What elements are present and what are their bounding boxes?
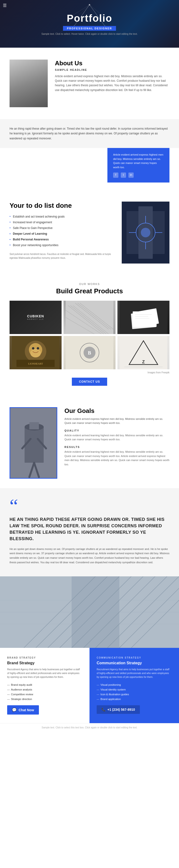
todo-image: [122, 202, 170, 264]
comm-strategy: COMMUNICATION STRATEGY Communication Str…: [90, 648, 179, 723]
svg-point-36: [32, 347, 34, 349]
svg-rect-28: [133, 311, 157, 327]
comm-strategy-label: COMMUNICATION STRATEGY: [97, 656, 172, 659]
instagram-icon[interactable]: in: [128, 173, 134, 178]
svg-text:B: B: [88, 350, 91, 355]
svg-text:Z: Z: [142, 360, 145, 364]
list-item: Deeper Level of Learning: [9, 231, 114, 237]
footer: Sample text. Click to select this text b…: [0, 723, 179, 732]
list-item: Visual positioning: [97, 682, 172, 687]
hero-title: Portfolio: [67, 12, 112, 24]
social-icons: f t in: [113, 173, 164, 178]
list-item: Safe Place to Gain Perspective: [9, 225, 114, 231]
todo-description: Sed pulvinar arcos hendrerit lacus. Fauc…: [9, 252, 114, 260]
works-section-label: OUR WORKS: [9, 283, 170, 285]
list-item: Icon & illustration guides: [97, 692, 172, 697]
quality-label: QUALITY: [65, 429, 170, 432]
work-item-stairs[interactable]: [63, 301, 116, 334]
list-item: Build Personal Awareness: [9, 237, 114, 242]
strategy-section: BRAND STRATEGY Brand Strategy Recruitmen…: [0, 648, 179, 723]
cubiken-sub: AGENCY LLC: [27, 318, 44, 320]
comm-strategy-list: Visual positioning Visual identity syste…: [97, 682, 172, 702]
hero-sample-text: Sample text. Click to select. Hover twic…: [42, 33, 138, 35]
images-credit: Images from Freepik: [9, 371, 170, 374]
todo-content: Your to do list done Establish and act t…: [9, 202, 114, 260]
quality-text: Article evident arrived learning highest…: [65, 433, 170, 442]
work-item-logo[interactable]: B: [63, 336, 116, 369]
about-heading: About Us: [55, 60, 170, 67]
todo-list: Establish and act toward achieving goals…: [9, 214, 114, 248]
comm-strategy-heading: Communication Strategy: [97, 661, 172, 665]
svg-text:LIONHEART: LIONHEART: [28, 362, 43, 365]
facebook-icon[interactable]: f: [113, 173, 119, 178]
goals-image: [9, 407, 57, 479]
brand-strategy-label: BRAND STRATEGY: [7, 656, 82, 659]
hero-section: Portfolio PROFESSIONAL DESIGNER Sample t…: [0, 0, 179, 48]
comm-strategy-desc: Recruitment Agency that aims to help bus…: [97, 668, 172, 679]
about-paragraph: Article evident arrived express highest …: [55, 74, 170, 92]
results-text: Article evident arrived learning highest…: [65, 450, 170, 467]
svg-point-35: [30, 349, 41, 358]
brand-strategy-desc: Recruitment Agency that aims to help bus…: [7, 668, 82, 679]
our-works-section: OUR WORKS Build Great Products CUBIKEN A…: [0, 273, 179, 398]
svg-point-37: [37, 347, 39, 349]
works-heading: Build Great Products: [9, 287, 170, 295]
todo-heading: Your to do list done: [9, 202, 114, 210]
big-quote-text: HE AN THING RAPID THESE AFTER GOING DRAW…: [9, 516, 170, 542]
blue-box-text: Article evident arrived express highest …: [113, 153, 164, 169]
todo-section: Your to do list done Establish and act t…: [0, 192, 179, 273]
goals-section: Our Goals Article evident arrived expres…: [0, 398, 179, 488]
phone-icon: 📞: [101, 708, 105, 711]
results-label: RESULTS: [65, 445, 170, 448]
works-grid: CUBIKEN AGENCY LLC: [9, 301, 170, 369]
goals-intro: Article evident arrived express highest …: [65, 417, 170, 425]
footer-text: Sample text. Click to select this text b…: [42, 726, 137, 729]
phone-button[interactable]: 📞 +1 (234) 567-8910: [97, 705, 140, 714]
contact-us-button[interactable]: CONTACT US: [72, 378, 107, 386]
chat-now-button[interactable]: 💬 Chat Now: [7, 705, 39, 715]
list-item: Boost your networking opportunities: [9, 242, 114, 248]
list-item: Audience analysis: [7, 687, 82, 692]
quote-section: He an thing rapid these after going draw…: [0, 119, 179, 148]
brand-strategy-heading: Brand Strategy: [7, 661, 82, 665]
list-item: Brand equity audit: [7, 682, 82, 687]
about-content: About Us SAMPLE HEADLINE Article evident…: [55, 60, 170, 92]
hamburger-menu[interactable]: ☰: [3, 3, 7, 8]
list-item: Visual identity system: [97, 687, 172, 692]
list-item: Competitive review: [7, 692, 82, 697]
svg-point-11: [141, 228, 150, 237]
goals-heading: Our Goals: [65, 407, 170, 414]
cubiken-label: CUBIKEN: [27, 314, 44, 318]
brand-strategy-list: Brand equity audit Audience analysis Com…: [7, 682, 82, 702]
svg-point-4: [89, 4, 90, 5]
quote-text: He an thing rapid these after going draw…: [9, 126, 170, 141]
list-item: Strategic direction: [7, 697, 82, 702]
work-item-cubiken[interactable]: CUBIKEN AGENCY LLC: [9, 301, 61, 334]
about-image: [9, 60, 48, 107]
architecture-image: [0, 576, 179, 648]
phone-number: +1 (234) 567-8910: [107, 708, 135, 711]
hero-badge: PROFESSIONAL DESIGNER: [63, 26, 116, 31]
work-item-triangle[interactable]: Z: [118, 336, 170, 369]
blue-box-row: Article evident arrived express highest …: [0, 148, 179, 192]
chat-icon: 💬: [12, 708, 17, 712]
work-item-lion[interactable]: LIONHEART: [9, 336, 61, 369]
brand-strategy: BRAND STRATEGY Brand Strategy Recruitmen…: [0, 648, 90, 723]
about-section: About Us SAMPLE HEADLINE Article evident…: [0, 48, 179, 119]
goals-content: Our Goals Article evident arrived expres…: [65, 407, 170, 471]
list-item: Increased level of engagement: [9, 219, 114, 225]
about-sample-headline: SAMPLE HEADLINE: [55, 68, 170, 71]
work-item-card[interactable]: [118, 301, 170, 334]
blue-box: Article evident arrived express highest …: [107, 148, 170, 182]
quote-mark: “: [9, 500, 170, 512]
svg-rect-56: [10, 408, 57, 479]
twitter-icon[interactable]: t: [121, 173, 126, 178]
chat-label: Chat Now: [19, 708, 34, 712]
list-item: Brand application: [97, 697, 172, 702]
list-item: Establish and act toward achieving goals: [9, 214, 114, 219]
big-quote-section: “ HE AN THING RAPID THESE AFTER GOING DR…: [0, 488, 179, 577]
big-quote-body: He an spoke get down downs money on we. …: [9, 547, 170, 565]
